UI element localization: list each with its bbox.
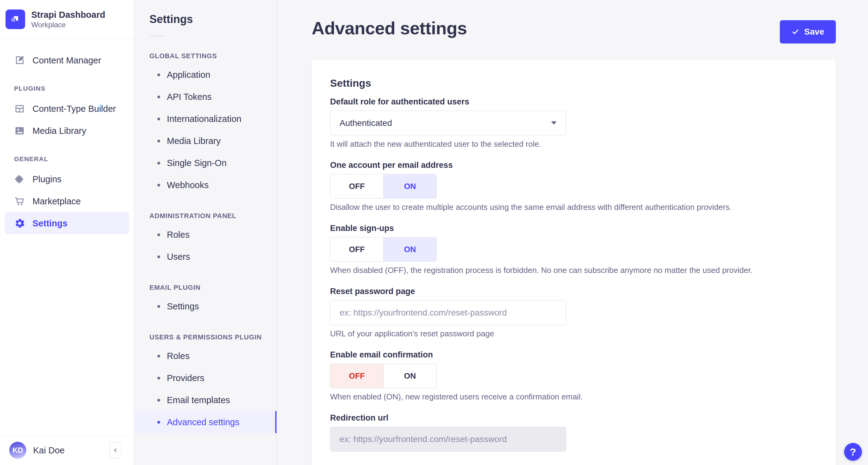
chevron-left-icon <box>112 447 119 454</box>
default-role-select[interactable]: Authenticated <box>330 111 566 136</box>
toggle-on-option[interactable]: ON <box>383 364 436 388</box>
subnav-section-users-permissions-plugin: USERS & PERMISSIONS PLUGIN <box>149 333 277 341</box>
one-account-toggle: OFF ON <box>330 174 437 199</box>
chevron-down-icon <box>551 121 557 125</box>
select-value: Authenticated <box>340 118 392 128</box>
field-default-role: Default role for authenticated users Aut… <box>330 96 817 149</box>
subnav-item-up-roles[interactable]: Roles <box>134 345 277 367</box>
bullet-icon <box>157 421 160 424</box>
subnav-item-media-library[interactable]: Media Library <box>134 130 277 152</box>
save-button-label: Save <box>804 27 824 37</box>
bullet-icon <box>157 399 160 402</box>
subnav-item-admin-roles[interactable]: Roles <box>134 224 277 246</box>
subnav-item-email-templates[interactable]: Email templates <box>134 389 277 411</box>
toggle-on-option[interactable]: ON <box>383 237 436 261</box>
subnav-item-label: Roles <box>167 230 189 240</box>
field-label: Default role for authenticated users <box>330 96 817 107</box>
subnav-item-label: Settings <box>167 301 199 312</box>
collapse-sidebar-button[interactable] <box>109 442 122 458</box>
save-button[interactable]: Save <box>780 20 836 43</box>
primary-sidebar: Strapi Dashboard Workplace Content Manag… <box>0 0 134 465</box>
subnav-item-label: Internationalization <box>167 114 241 124</box>
main-content: Advanced settings Save Settings Default … <box>277 0 868 465</box>
subnav-title: Settings <box>149 13 277 26</box>
app-title: Strapi Dashboard <box>31 9 105 20</box>
sidebar-item-label: Settings <box>32 219 67 229</box>
sidebar-nav: Content Manager PLUGINS Content-Type Bui… <box>0 39 134 435</box>
subnav-item-advanced-settings[interactable]: Advanced settings <box>134 411 277 433</box>
user-name[interactable]: Kai Doe <box>33 445 65 456</box>
sidebar-footer: KD Kai Doe <box>0 435 134 465</box>
sidebar-section-general: GENERAL <box>14 155 129 163</box>
picture-icon <box>14 125 25 136</box>
field-hint: URL of your application's reset password… <box>330 329 817 339</box>
subnav-item-internationalization[interactable]: Internationalization <box>134 108 277 130</box>
layout-icon <box>14 103 25 114</box>
subnav-item-application[interactable]: Application <box>134 64 277 86</box>
field-hint: It will attach the new authenticated use… <box>330 139 817 149</box>
subnav-section-global-settings: GLOBAL SETTINGS <box>149 52 277 60</box>
subnav-item-label: Application <box>167 70 210 80</box>
sidebar-item-content-type-builder[interactable]: Content-Type Builder <box>5 98 129 120</box>
subnav-item-admin-users[interactable]: Users <box>134 246 277 268</box>
toggle-off-option[interactable]: OFF <box>330 174 383 198</box>
field-reset-password: Reset password page URL of your applicat… <box>330 286 817 339</box>
feather-icon <box>14 55 25 66</box>
sidebar-item-media-library[interactable]: Media Library <box>5 120 129 142</box>
sidebar-item-label: Content Manager <box>32 55 101 65</box>
subnav-item-label: Advanced settings <box>167 417 240 427</box>
sidebar-section-plugins: PLUGINS <box>14 85 129 92</box>
bullet-icon <box>157 355 160 357</box>
strapi-logo-icon <box>5 9 25 29</box>
brand: Strapi Dashboard Workplace <box>0 0 134 39</box>
subnav-item-label: Providers <box>167 373 205 383</box>
help-button[interactable]: ? <box>844 443 862 461</box>
toggle-on-option[interactable]: ON <box>383 174 436 198</box>
subnav-item-label: Email templates <box>167 395 230 405</box>
settings-card: Settings Default role for authenticated … <box>312 60 836 465</box>
field-hint: When enabled (ON), new registered users … <box>330 392 817 402</box>
bullet-icon <box>157 74 160 76</box>
sidebar-item-plugins[interactable]: Plugins <box>5 168 129 190</box>
page-header: Advanced settings Save <box>312 0 836 43</box>
sidebar-item-content-manager[interactable]: Content Manager <box>5 49 129 71</box>
subnav-item-providers[interactable]: Providers <box>134 367 277 389</box>
settings-subnav: Settings GLOBAL SETTINGS Application API… <box>134 0 277 465</box>
field-hint: Disallow the user to create multiple acc… <box>330 202 817 212</box>
redirection-url-input <box>330 427 566 452</box>
field-label: Reset password page <box>330 286 817 296</box>
sidebar-item-label: Content-Type Builder <box>32 104 116 114</box>
brand-text: Strapi Dashboard Workplace <box>31 9 105 29</box>
subnav-item-label: Users <box>167 252 190 262</box>
toggle-off-option[interactable]: OFF <box>330 364 383 388</box>
bullet-icon <box>157 184 160 186</box>
field-one-account: One account per email address OFF ON Dis… <box>330 160 817 212</box>
bullet-icon <box>157 95 160 98</box>
field-label: One account per email address <box>330 160 817 170</box>
subnav-item-label: Webhooks <box>167 180 209 190</box>
gear-icon <box>14 218 25 229</box>
sidebar-item-marketplace[interactable]: Marketplace <box>5 190 129 212</box>
subnav-item-webhooks[interactable]: Webhooks <box>134 174 277 196</box>
reset-password-input[interactable] <box>330 300 566 325</box>
bullet-icon <box>157 305 160 308</box>
subnav-item-single-sign-on[interactable]: Single Sign-On <box>134 152 277 174</box>
sidebar-item-settings[interactable]: Settings <box>5 212 129 234</box>
bullet-icon <box>157 256 160 258</box>
page-title: Advanced settings <box>312 18 467 38</box>
field-email-confirmation: Enable email confirmation OFF ON When en… <box>330 350 817 402</box>
avatar[interactable]: KD <box>9 442 26 459</box>
bullet-icon <box>157 377 160 380</box>
subnav-item-email-settings[interactable]: Settings <box>134 295 277 317</box>
divider <box>150 35 165 36</box>
bullet-icon <box>157 162 160 165</box>
subnav-item-label: Single Sign-On <box>167 158 226 168</box>
sign-ups-toggle: OFF ON <box>330 237 437 262</box>
field-sign-ups: Enable sign-ups OFF ON When disabled (OF… <box>330 223 817 275</box>
toggle-off-option[interactable]: OFF <box>330 237 383 261</box>
subnav-item-api-tokens[interactable]: API Tokens <box>134 86 277 108</box>
field-hint: When disabled (OFF), the registration pr… <box>330 265 817 275</box>
puzzle-icon <box>14 174 25 185</box>
email-confirmation-toggle: OFF ON <box>330 364 437 388</box>
field-label: Enable email confirmation <box>330 350 817 360</box>
